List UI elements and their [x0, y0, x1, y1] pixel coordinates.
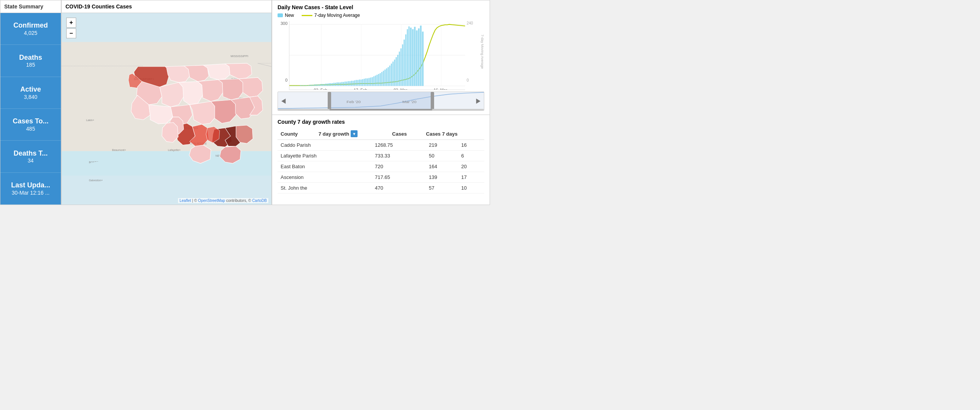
svg-rect-68 [308, 85, 309, 86]
leaflet-link[interactable]: Leaflet [180, 198, 191, 203]
cell-cases: 57 [426, 183, 458, 194]
svg-rect-57 [290, 85, 291, 86]
svg-rect-107 [370, 77, 371, 86]
svg-rect-99 [357, 80, 358, 86]
svg-text:Feb '20: Feb '20 [346, 100, 361, 104]
svg-rect-129 [405, 34, 407, 86]
table-row: Ascension 717.65 139 17 [278, 172, 484, 183]
svg-text:16. Mar: 16. Mar [434, 88, 448, 90]
cell-cases7: 6 [458, 151, 484, 161]
zoom-out-button[interactable]: − [66, 28, 76, 38]
svg-rect-112 [378, 74, 379, 86]
confirmed-label: Confirmed [13, 21, 48, 30]
svg-rect-110 [375, 75, 376, 86]
legend-new: New [278, 13, 294, 18]
map-container[interactable]: MISSISSIPPI JACKSON+ Hattiesburg+ SHREVE… [62, 13, 271, 205]
svg-rect-118 [388, 67, 389, 86]
cartodb-link[interactable]: CartoDB [252, 198, 267, 203]
svg-rect-69 [309, 85, 310, 86]
y-axis-bottom: 0 [278, 78, 287, 82]
zoom-in-button[interactable]: + [66, 18, 76, 28]
svg-rect-119 [389, 66, 390, 86]
svg-rect-101 [361, 80, 362, 86]
svg-rect-93 [348, 81, 349, 86]
cell-cases: 139 [426, 172, 458, 183]
map-title: COVID-19 Counties Cases [62, 0, 271, 13]
svg-rect-66 [305, 85, 306, 86]
cases-today-value: 485 [26, 126, 35, 132]
cases-today-label: Cases To... [13, 117, 49, 126]
svg-rect-80 [327, 84, 328, 86]
right-panel: Daily New Cases - State Level New 7-day … [272, 0, 490, 205]
svg-rect-59 [293, 85, 294, 86]
chart-title: Daily New Cases - State Level [278, 4, 484, 10]
svg-rect-100 [359, 80, 360, 86]
cell-cases: 164 [426, 161, 458, 172]
cell-cases7: 20 [458, 161, 484, 172]
table-scroll[interactable]: Caddo Parish 1268.75 219 16 Lafayette Pa… [278, 140, 484, 194]
svg-rect-65 [303, 85, 304, 86]
svg-text:02. Mar: 02. Mar [394, 88, 407, 90]
svg-rect-72 [314, 84, 315, 86]
chart-navigator[interactable]: Feb '20 Mar '20 [278, 92, 484, 111]
cell-growth: 733.33 [372, 151, 426, 161]
cell-county: East Baton [278, 161, 372, 172]
svg-rect-95 [351, 81, 352, 86]
table-row: St. John the 470 57 10 [278, 183, 484, 194]
sidebar-item-last-updated: Last Upda... 30-Mar 12:16 ... [0, 173, 61, 205]
svg-marker-149 [476, 98, 480, 103]
chart-legend: New 7-day Moving Average [278, 13, 484, 18]
y-right-bottom: 0 [467, 78, 484, 82]
svg-rect-91 [345, 82, 346, 86]
chart-area: 300 0 [278, 21, 484, 90]
legend-avg-icon [302, 15, 312, 16]
svg-rect-87 [338, 82, 339, 86]
cell-cases7: 17 [458, 172, 484, 183]
svg-rect-90 [343, 82, 344, 86]
svg-rect-86 [336, 82, 338, 86]
sidebar-item-deaths-today: Deaths T... 34 [0, 141, 61, 172]
svg-rect-75 [319, 84, 320, 86]
last-updated-label: Last Upda... [11, 181, 50, 190]
svg-rect-73 [316, 84, 317, 86]
svg-rect-131 [408, 26, 410, 86]
cell-cases7: 16 [458, 140, 484, 151]
table-row: Lafayette Parish 733.33 50 6 [278, 151, 484, 161]
svg-rect-79 [325, 84, 327, 86]
svg-rect-102 [362, 79, 363, 86]
chart-svg: 03. Feb 17. Feb 02. Mar 16. Mar [289, 21, 465, 90]
svg-marker-148 [281, 98, 286, 103]
cell-growth: 717.65 [372, 172, 426, 183]
svg-rect-60 [295, 85, 296, 86]
svg-rect-121 [392, 62, 394, 86]
growth-table: County 7 day growth ▼ Cases Cases 7 days [278, 128, 484, 140]
sort-growth-icon[interactable]: ▼ [351, 130, 358, 137]
legend-new-label: New [285, 13, 294, 18]
cell-growth: 470 [372, 183, 426, 194]
last-updated-value: 30-Mar 12:16 ... [12, 190, 50, 196]
svg-rect-105 [367, 78, 368, 86]
y-axis-top: 300 [278, 21, 287, 26]
svg-text:Lakin+: Lakin+ [86, 119, 94, 122]
svg-rect-134 [414, 27, 415, 86]
confirmed-value: 4,025 [24, 30, 37, 36]
svg-rect-76 [320, 84, 322, 86]
svg-rect-70 [311, 85, 312, 86]
cell-county: Lafayette Parish [278, 151, 372, 161]
chart-y-right-axis: 240 7-day Moving Average 0 [465, 21, 484, 90]
svg-rect-63 [300, 85, 301, 86]
cell-growth: 720 [372, 161, 426, 172]
cell-county: Caddo Parish [278, 140, 372, 151]
svg-rect-88 [340, 82, 341, 86]
osm-link[interactable]: OpenStreetMap [198, 198, 225, 203]
state-summary-sidebar: State Summary Confirmed 4,025 Deaths 185… [0, 0, 61, 205]
svg-rect-143 [330, 92, 433, 110]
map-attribution: Leaflet | © OpenStreetMap contributors, … [178, 198, 268, 203]
svg-rect-62 [298, 85, 299, 86]
svg-rect-127 [402, 44, 403, 86]
table-title: County 7 day growth rates [278, 119, 484, 125]
sidebar-item-active: Active 3,840 [0, 77, 61, 109]
map-controls[interactable]: + − [66, 18, 76, 38]
growth-table-body: Caddo Parish 1268.75 219 16 Lafayette Pa… [278, 140, 484, 194]
svg-rect-111 [376, 75, 377, 86]
